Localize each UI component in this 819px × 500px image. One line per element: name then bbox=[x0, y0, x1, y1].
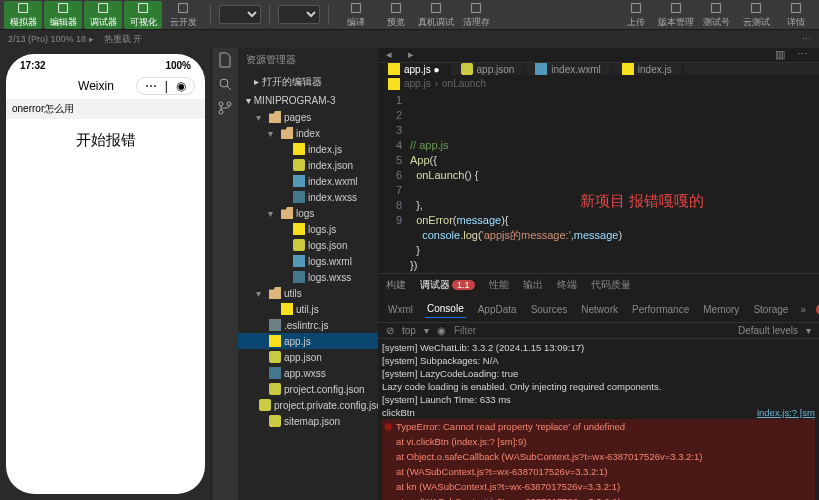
activity-bar bbox=[212, 48, 238, 500]
tb-编辑器[interactable]: 编辑器 bbox=[44, 1, 82, 29]
tab-index.wxml[interactable]: index.wxml bbox=[525, 63, 611, 75]
fwd-icon[interactable]: ▸ bbox=[408, 48, 422, 62]
file-sitemap.json[interactable]: sitemap.json bbox=[238, 413, 378, 429]
js-icon bbox=[622, 63, 634, 75]
file-project.config.json[interactable]: project.config.json bbox=[238, 381, 378, 397]
file-.eslintrc.js[interactable]: .eslintrc.js bbox=[238, 317, 378, 333]
devtool-tab-Network[interactable]: Network bbox=[579, 301, 620, 318]
file-index.json[interactable]: index.json bbox=[238, 157, 378, 173]
file-project.private.config.json[interactable]: project.private.config.json bbox=[238, 397, 378, 413]
js-icon bbox=[293, 223, 305, 235]
eye-icon[interactable]: ◉ bbox=[437, 325, 446, 336]
devtool-tab-Console[interactable]: Console bbox=[425, 300, 466, 318]
svg-rect-2 bbox=[99, 3, 108, 12]
svg-rect-4 bbox=[179, 3, 188, 12]
panel-tab-代码质量[interactable]: 代码质量 bbox=[591, 276, 631, 294]
panel-tab-构建[interactable]: 构建 bbox=[386, 276, 406, 294]
file-index.wxml[interactable]: index.wxml bbox=[238, 173, 378, 189]
file-util.js[interactable]: util.js bbox=[238, 301, 378, 317]
more-tabs-icon[interactable]: » bbox=[800, 304, 806, 315]
wxss-icon bbox=[269, 367, 281, 379]
dots-icon[interactable]: ⋯ bbox=[802, 34, 811, 44]
tb-编译[interactable]: 编译 bbox=[337, 1, 375, 29]
start-error-button[interactable]: 开始报错 bbox=[6, 119, 205, 162]
json-icon bbox=[461, 63, 473, 75]
devtool-tab-Sources[interactable]: Sources bbox=[529, 301, 570, 318]
tb-云开发[interactable]: 云开发 bbox=[164, 1, 202, 29]
search-icon[interactable] bbox=[217, 76, 233, 92]
tab-app.json[interactable]: app.json bbox=[451, 63, 526, 75]
file-logs.js[interactable]: logs.js bbox=[238, 221, 378, 237]
console-error-trace: at (WASubContext.js?t=wx-6387017526v=3.3… bbox=[382, 464, 815, 479]
console-output[interactable]: [system] WeChatLib: 3.3.2 (2024.1.15 13:… bbox=[378, 339, 819, 500]
devtool-tab-AppData[interactable]: AppData bbox=[476, 301, 519, 318]
devtool-tab-Memory[interactable]: Memory bbox=[701, 301, 741, 318]
tb-云测试[interactable]: 云测试 bbox=[737, 1, 775, 29]
panel-tab-调试器[interactable]: 调试器1.1 bbox=[420, 276, 475, 294]
context-select[interactable]: top bbox=[402, 325, 416, 336]
panel-tab-终端[interactable]: 终端 bbox=[557, 276, 577, 294]
tab-app.js[interactable]: app.js ● bbox=[378, 63, 451, 75]
folder-open-icon bbox=[269, 287, 281, 299]
filter-input[interactable] bbox=[454, 325, 730, 336]
svg-rect-7 bbox=[432, 3, 441, 12]
branch-icon[interactable] bbox=[217, 100, 233, 116]
capsule-menu[interactable]: ⋯|◉ bbox=[136, 77, 195, 95]
tab-index.js[interactable]: index.js bbox=[612, 63, 683, 75]
file-utils[interactable]: ▾utils bbox=[238, 285, 378, 301]
hot-reload-status[interactable]: 热重载 开 bbox=[104, 33, 143, 46]
file-index.wxss[interactable]: index.wxss bbox=[238, 189, 378, 205]
more-icon[interactable]: ⋯ bbox=[797, 48, 811, 62]
svg-rect-3 bbox=[139, 3, 148, 12]
phone-time: 17:32 bbox=[20, 60, 46, 71]
file-explorer: 资源管理器 ▸ 打开的编辑器 ▾ MINIPROGRAM-3 ▾pages▾in… bbox=[238, 48, 378, 500]
open-editors-section[interactable]: ▸ 打开的编辑器 bbox=[238, 72, 378, 92]
project-root[interactable]: ▾ MINIPROGRAM-3 bbox=[238, 92, 378, 109]
compile-select[interactable]: 普通编译 bbox=[278, 5, 320, 24]
panel-category-tabs: 构建调试器1.1性能输出终端代码质量 bbox=[378, 274, 819, 296]
file-logs.wxss[interactable]: logs.wxss bbox=[238, 269, 378, 285]
tb-清理存[interactable]: 清理存 bbox=[457, 1, 495, 29]
tb-真机调试[interactable]: 真机调试 bbox=[417, 1, 455, 29]
tb-版本管理[interactable]: 版本管理 bbox=[657, 1, 695, 29]
panel-tab-输出[interactable]: 输出 bbox=[523, 276, 543, 294]
file-app.js[interactable]: app.js bbox=[238, 333, 378, 349]
file-logs.wxml[interactable]: logs.wxml bbox=[238, 253, 378, 269]
json-icon bbox=[293, 159, 305, 171]
devtool-tab-Storage[interactable]: Storage bbox=[751, 301, 790, 318]
file-logs.json[interactable]: logs.json bbox=[238, 237, 378, 253]
tb-测试号[interactable]: 测试号 bbox=[697, 1, 735, 29]
tb-详情[interactable]: 详情 bbox=[777, 1, 815, 29]
file-logs[interactable]: ▾logs bbox=[238, 205, 378, 221]
js-icon bbox=[293, 143, 305, 155]
console-line: Lazy code loading is enabled. Only injec… bbox=[382, 380, 815, 393]
console-line: [system] Launch Time: 633 ms bbox=[382, 393, 815, 406]
breadcrumb[interactable]: app.js › onLaunch bbox=[378, 75, 819, 93]
clear-icon[interactable]: ⊘ bbox=[386, 325, 394, 336]
tb-预览[interactable]: 预览 bbox=[377, 1, 415, 29]
mode-select[interactable]: 小程序模式 bbox=[219, 5, 261, 24]
file-pages[interactable]: ▾pages bbox=[238, 109, 378, 125]
console-error-trace: at Object.o.safeCallback (WASubContext.j… bbox=[382, 449, 815, 464]
editor-icon-row: ◂ ▸ ▥ ⋯ bbox=[378, 48, 819, 63]
code-editor[interactable]: 123456789 新项目 报错嘎嘎的 // app.jsApp({ onLau… bbox=[378, 93, 819, 273]
panel-tab-性能[interactable]: 性能 bbox=[489, 276, 509, 294]
tb-模拟器[interactable]: 模拟器 bbox=[4, 1, 42, 29]
devtool-tab-Performance[interactable]: Performance bbox=[630, 301, 691, 318]
back-icon[interactable]: ◂ bbox=[386, 48, 400, 62]
console-filter-bar: ⊘ top ▾ ◉ Default levels ▾ bbox=[378, 323, 819, 339]
split-icon[interactable]: ▥ bbox=[775, 48, 789, 62]
files-icon[interactable] bbox=[217, 52, 233, 68]
svg-rect-10 bbox=[672, 3, 681, 12]
file-app.wxss[interactable]: app.wxss bbox=[238, 365, 378, 381]
tb-可视化[interactable]: 可视化 bbox=[124, 1, 162, 29]
separator bbox=[210, 5, 211, 25]
editor-area: ◂ ▸ ▥ ⋯ app.js ●app.jsonindex.wxmlindex.… bbox=[378, 48, 819, 500]
file-index[interactable]: ▾index bbox=[238, 125, 378, 141]
file-app.json[interactable]: app.json bbox=[238, 349, 378, 365]
file-index.js[interactable]: index.js bbox=[238, 141, 378, 157]
tb-上传[interactable]: 上传 bbox=[617, 1, 655, 29]
levels-select[interactable]: Default levels bbox=[738, 325, 798, 336]
devtool-tab-Wxml[interactable]: Wxml bbox=[386, 301, 415, 318]
tb-调试器[interactable]: 调试器 bbox=[84, 1, 122, 29]
